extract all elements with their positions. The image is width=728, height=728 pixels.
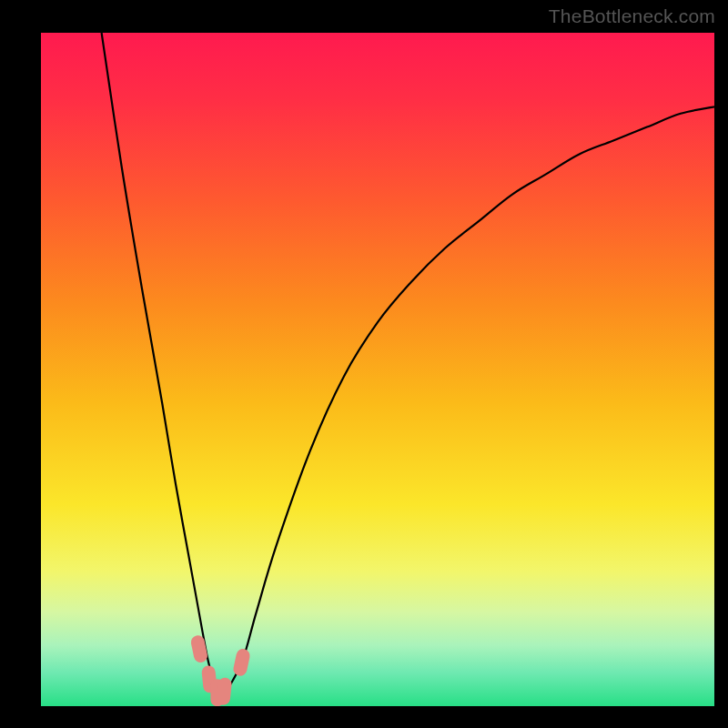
gradient-background [41, 33, 714, 706]
watermark-text: TheBottleneck.com [549, 5, 715, 27]
chart-svg [41, 33, 714, 706]
plot-area [41, 33, 714, 706]
chart-frame: TheBottleneck.com [0, 0, 728, 728]
